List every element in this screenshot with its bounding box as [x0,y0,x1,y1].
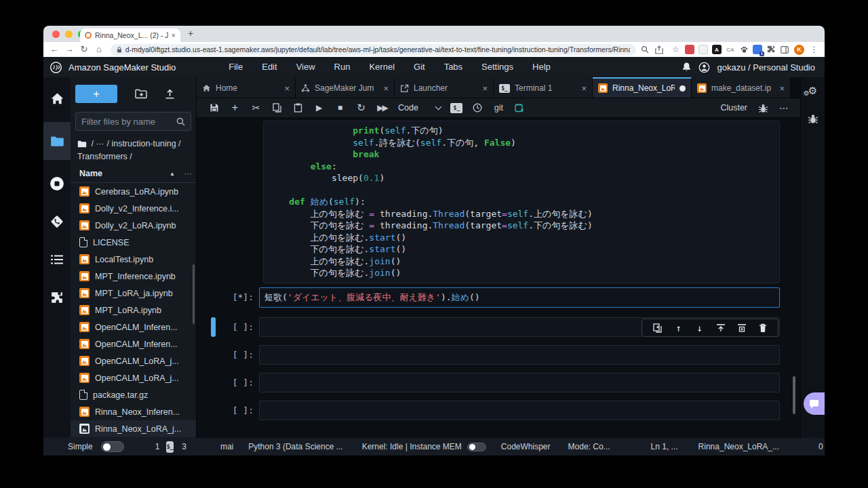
file-row[interactable]: Rinna_Neox_Inferen... [71,403,196,420]
file-row[interactable]: Dolly_v2_Inference.i... [71,200,196,217]
filter-files-input[interactable]: Filter files by name [75,112,191,131]
run-cell-button[interactable]: ▶ [309,103,330,113]
cell-type-dropdown[interactable]: Code [398,103,441,113]
terminal-icon[interactable]: $_ [166,441,174,453]
adblock-extension-icon[interactable] [685,45,694,54]
menu-kernel[interactable]: Kernel [359,57,404,77]
simple-mode-toggle[interactable] [101,441,124,452]
menu-help[interactable]: Help [523,57,560,77]
restart-kernel-button[interactable]: ↻ [351,102,372,114]
zoom-page-icon[interactable] [641,45,654,54]
kernel-status[interactable]: Kernel: Idle | Instance MEM [362,442,462,451]
file-row[interactable]: LocalTest.ipynb [71,251,196,268]
git-toolbar-button[interactable]: git [488,103,509,113]
tab-close-icon[interactable]: × [383,83,389,94]
notification-count[interactable]: 0 [818,442,823,451]
code-cell-scrolled[interactable]: print(self.下の句) self.詩を詠む(self.下の句, Fals… [263,121,780,283]
paw-extension-icon[interactable] [739,45,749,54]
history-button[interactable] [467,103,488,113]
tab-rinna-neox-lora[interactable]: Rinna_Neox_LoR [593,77,692,98]
file-panel-scrollbar[interactable] [193,264,195,324]
sidebar-item-git[interactable] [43,206,71,237]
move-cell-down-button[interactable]: ↓ [689,323,710,333]
browser-tab[interactable]: Rinna_Neox_L... (2) - JupyterL... × [80,28,180,42]
sort-asc-icon[interactable]: ▲ [170,171,175,177]
kernel-count[interactable]: 3 [182,442,186,451]
move-cell-up-button[interactable]: ↑ [668,323,689,333]
active-filename[interactable]: Rinna_Neox_LoRA_... [698,442,779,451]
interrupt-kernel-button[interactable]: ■ [330,103,351,113]
sidebar-item-extensions[interactable] [43,282,71,313]
menu-run[interactable]: Run [325,57,360,77]
sidebar-item-file-browser[interactable] [43,122,71,160]
unsaved-changes-dot[interactable] [679,85,686,92]
tab-close-icon[interactable]: × [581,83,587,94]
file-row[interactable]: OpenCALM_LoRA_j... [71,369,196,386]
profile-avatar[interactable]: K [794,45,804,55]
toolbar-more-icon[interactable]: ⋯ [779,102,789,113]
menu-git[interactable]: Git [404,57,435,77]
sidebar-extension-icon[interactable] [780,45,789,54]
tab-close-icon[interactable]: × [779,83,785,94]
address-bar[interactable]: d-mdyal0iftgzt.studio.us-east-1.sagemake… [111,44,636,56]
tab-sagemaker-jumpstart[interactable]: SageMaker Jum × [296,77,395,98]
tab-launcher[interactable]: Launcher × [395,77,494,98]
share-icon[interactable] [655,45,668,54]
crumb-ellipsis[interactable]: ··· [96,139,104,148]
file-row[interactable]: OpenCALM_LoRA_j... [71,352,196,369]
browser-menu-icon[interactable]: ⋮ [808,45,821,54]
crumb-instruction-tuning[interactable]: instruction-tuning [111,139,176,148]
file-row[interactable]: OpenCALM_Inferen... [71,336,196,352]
tab-close-icon[interactable]: × [482,83,488,94]
browser-home-button[interactable]: ⌂ [92,42,106,57]
cut-cells-button[interactable]: ✂ [245,102,267,113]
menu-view[interactable]: View [287,57,325,77]
delete-cell-button[interactable] [752,323,773,333]
empty-cell-editor[interactable] [259,401,780,420]
insert-cell-below-button[interactable] [731,323,752,333]
file-row[interactable]: MPT_Inference.ipynb [71,268,196,285]
file-row[interactable]: LICENSE [71,234,196,251]
upload-button[interactable] [165,89,175,100]
empty-cell-editor[interactable] [259,345,780,365]
cluster-button[interactable]: Cluster [720,103,747,113]
running-cell-editor[interactable]: 短歌('ダイエット、腹減る夜中、耐え難き').始め() [259,287,780,308]
tab-terminal-1[interactable]: $_ Terminal 1 × [494,77,593,98]
back-button[interactable]: ← [47,42,61,57]
new-tab-button[interactable]: + [188,28,193,39]
forward-button[interactable]: → [62,42,76,57]
sidebar-item-home[interactable] [43,83,71,114]
minimize-window-button[interactable] [65,30,73,38]
notes-extension-icon[interactable] [698,45,708,54]
tab-home[interactable]: Home × [197,77,296,98]
sidebar-item-running[interactable] [43,168,71,199]
notifications-bell-icon[interactable] [682,62,692,73]
new-folder-button[interactable] [135,89,147,99]
chat-assistant-bubble[interactable] [804,392,825,415]
notebook-scroll-area[interactable]: print(self.下の句) self.詩を詠む(self.下の句, Fals… [197,118,800,438]
notebook-scrollbar[interactable] [793,376,795,414]
tab-close-icon[interactable]: × [172,32,176,39]
translate-extension-icon[interactable]: 1 [753,45,762,54]
duplicate-cell-button[interactable] [647,323,668,333]
file-list-header[interactable]: Name ▲ ⋯ [71,169,196,183]
breadcrumb-root-folder-icon[interactable] [77,140,87,148]
insert-cell-above-button[interactable] [710,323,731,333]
open-terminal-button[interactable]: $_ [446,103,467,113]
debugger-bug-icon[interactable] [758,103,768,113]
menu-tabs[interactable]: Tabs [435,57,472,77]
file-row[interactable]: OpenCALM_Inferen... [71,319,196,336]
editor-mode[interactable]: Mode: Co... [568,442,610,451]
cursor-position[interactable]: Ln 1, ... [651,442,678,451]
debugger-bug-icon[interactable] [808,113,818,124]
close-window-button[interactable] [52,30,60,38]
menu-edit[interactable]: Edit [252,57,286,77]
menu-settings[interactable]: Settings [472,57,523,77]
a-extension-icon[interactable]: A [712,45,722,54]
file-row[interactable]: Cerebras_LoRA.ipynb [71,183,196,200]
schedule-notebook-button[interactable] [509,103,530,113]
kernel-name[interactable]: Python 3 (Data Science ... [248,442,342,451]
file-row-selected[interactable]: Rinna_Neox_LoRA_j... [71,420,196,437]
paste-cells-button[interactable] [288,103,309,113]
file-row[interactable]: MPT_LoRA_ja.ipynb [71,285,196,302]
